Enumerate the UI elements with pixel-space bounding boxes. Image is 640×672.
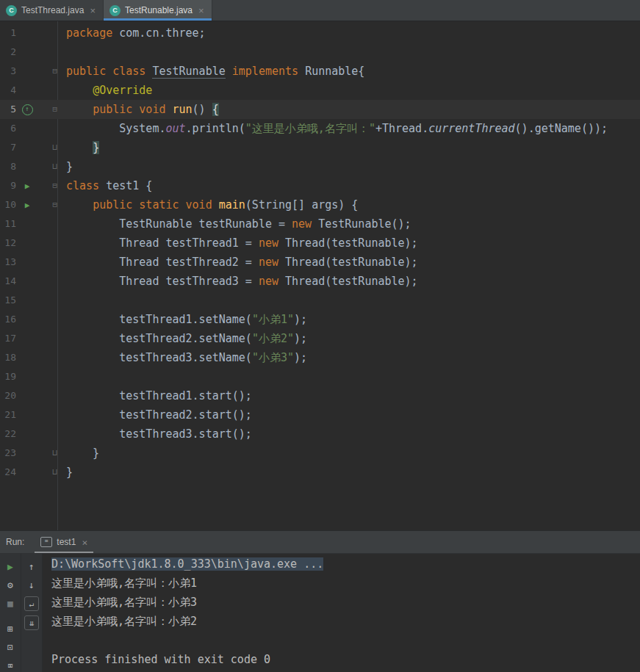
fold-end-icon[interactable]: ⊔ [38, 157, 60, 176]
code-line[interactable]: 3⊟public class TestRunable implements Ru… [0, 62, 640, 81]
fold-collapse-icon[interactable]: ⊟ [38, 195, 60, 214]
console-line: 这里是小弟哦,名字叫：小弟1 [51, 574, 640, 593]
line-number[interactable]: 22 [0, 424, 16, 444]
code-line[interactable]: 8⊔} [0, 157, 640, 176]
code-text [60, 291, 66, 310]
soft-wrap-button[interactable]: ↵ [24, 596, 39, 611]
line-number[interactable]: 10 [0, 195, 16, 214]
code-area: 1package com.cn.three;23⊟public class Te… [0, 24, 640, 482]
line-number[interactable]: 20 [0, 386, 16, 405]
console-text: 这里是小弟哦,名字叫：小弟2 [51, 615, 197, 628]
close-icon[interactable]: × [90, 5, 96, 16]
line-number[interactable]: 18 [0, 348, 16, 367]
gutter-slot [16, 310, 38, 329]
rerun-button[interactable]: ▶ [1, 557, 20, 576]
code-line[interactable]: 5↑⊟ public void run() { [0, 100, 640, 119]
stop-button[interactable]: ■ [1, 594, 20, 613]
code-line[interactable]: 13 Thread testThread2 = new Thread(testR… [0, 253, 640, 272]
line-number[interactable]: 8 [0, 157, 16, 176]
code-line[interactable]: 12 Thread testThread1 = new Thread(testR… [0, 234, 640, 253]
line-number[interactable]: 3 [0, 62, 16, 81]
gutter-slot [16, 386, 38, 405]
run-panel-header: Run: ≡ test1 × [0, 530, 640, 554]
fold-end-icon[interactable]: ⊔ [38, 444, 60, 463]
line-number[interactable]: 19 [0, 367, 16, 386]
code-line[interactable]: 22 testThread3.start(); [0, 424, 640, 444]
tab-label: TestRunable.java [125, 5, 193, 15]
line-number[interactable]: 6 [0, 119, 16, 138]
line-number[interactable]: 11 [0, 214, 16, 234]
line-number[interactable]: 17 [0, 329, 16, 348]
run-gutter-icon[interactable]: ▶ [25, 201, 30, 209]
code-line[interactable]: 21 testThread2.start(); [0, 405, 640, 424]
code-line[interactable]: 6 System.out.println("这里是小弟哦,名字叫："+Threa… [0, 119, 640, 138]
clear-button[interactable]: ⌧ [1, 657, 20, 672]
code-line[interactable]: 19 [0, 367, 640, 386]
scroll-to-end-button[interactable]: ⇊ [24, 615, 39, 630]
code-line[interactable]: 2 [0, 43, 640, 62]
print-button[interactable]: ⊡ [1, 638, 20, 657]
tab-testthread-java[interactable]: C TestThread.java × [0, 0, 104, 21]
code-line[interactable]: 20 testThread1.start(); [0, 386, 640, 405]
code-text [60, 43, 66, 62]
code-line[interactable]: 10▶⊟ public static void main(String[] ar… [0, 195, 640, 214]
fold-collapse-icon[interactable]: ⊟ [38, 62, 60, 81]
code-line[interactable]: 24⊔} [0, 463, 640, 482]
code-line[interactable]: 11 TestRunable testRunable = new TestRun… [0, 214, 640, 234]
next-occurrence-button[interactable]: ↓ [22, 576, 41, 594]
code-line[interactable]: 9▶⊟class test1 { [0, 176, 640, 195]
code-line[interactable]: 18 testThread3.setName("小弟3"); [0, 348, 640, 367]
code-text: } [60, 463, 73, 482]
code-line[interactable]: 15 [0, 291, 640, 310]
override-gutter-icon[interactable]: ↑ [22, 104, 33, 115]
console-line: Process finished with exit code 0 [51, 650, 640, 669]
fold-slot [38, 329, 60, 348]
fold-end-icon[interactable]: ⊔ [38, 463, 60, 482]
line-number[interactable]: 7 [0, 138, 16, 157]
fold-slot [38, 119, 60, 138]
line-number[interactable]: 14 [0, 272, 16, 291]
fold-end-icon[interactable]: ⊔ [38, 138, 60, 157]
line-number[interactable]: 24 [0, 463, 16, 482]
line-number[interactable]: 13 [0, 253, 16, 272]
restore-layout-button[interactable]: ⊞ [1, 620, 20, 638]
fold-slot [38, 348, 60, 367]
gutter-slot [16, 444, 38, 463]
prev-occurrence-button[interactable]: ↑ [22, 557, 41, 576]
run-gutter-icon[interactable]: ▶ [25, 182, 30, 190]
gutter-slot [16, 43, 38, 62]
line-number[interactable]: 21 [0, 405, 16, 424]
fold-collapse-icon[interactable]: ⊟ [38, 176, 60, 195]
line-number[interactable]: 15 [0, 291, 16, 310]
line-number[interactable]: 23 [0, 444, 16, 463]
line-number[interactable]: 2 [0, 43, 16, 62]
code-line[interactable]: 16 testThread1.setName("小弟1"); [0, 310, 640, 329]
code-line[interactable]: 23⊔ } [0, 444, 640, 463]
code-line[interactable]: 7⊔ } [0, 138, 640, 157]
code-text: package com.cn.three; [60, 24, 206, 43]
code-line[interactable]: 17 testThread2.setName("小弟2"); [0, 329, 640, 348]
line-number[interactable]: 12 [0, 234, 16, 253]
gutter-slot [16, 329, 38, 348]
console-output[interactable]: D:\WorkSoft\jdk1.8.0_333\bin\java.exe ..… [42, 554, 640, 672]
code-line[interactable]: 1package com.cn.three; [0, 24, 640, 43]
line-number[interactable]: 9 [0, 176, 16, 195]
run-tab-test1[interactable]: ≡ test1 × [35, 531, 93, 553]
line-number[interactable]: 4 [0, 81, 16, 100]
code-line[interactable]: 14 Thread testThread3 = new Thread(testR… [0, 272, 640, 291]
line-number[interactable]: 5 [0, 100, 16, 119]
code-line[interactable]: 4 @Override [0, 81, 640, 100]
settings-icon[interactable]: ⚙ [1, 576, 20, 594]
tab-testrunable-java[interactable]: C TestRunable.java × [104, 0, 212, 21]
line-number[interactable]: 1 [0, 24, 16, 43]
close-icon[interactable]: × [82, 537, 87, 548]
fold-slot [38, 310, 60, 329]
fold-slot [38, 291, 60, 310]
code-text: public void run() { [60, 100, 219, 119]
close-icon[interactable]: × [198, 5, 204, 16]
line-number[interactable]: 16 [0, 310, 16, 329]
fold-collapse-icon[interactable]: ⊟ [38, 100, 60, 119]
run-toolbar-console: ↑↓↵⇊ [21, 554, 42, 672]
run-panel: Run: ≡ test1 × ▶⚙■⊞⊡⌧ ↑↓↵⇊ D:\WorkSoft\j… [0, 530, 640, 672]
code-text: @Override [60, 81, 152, 100]
